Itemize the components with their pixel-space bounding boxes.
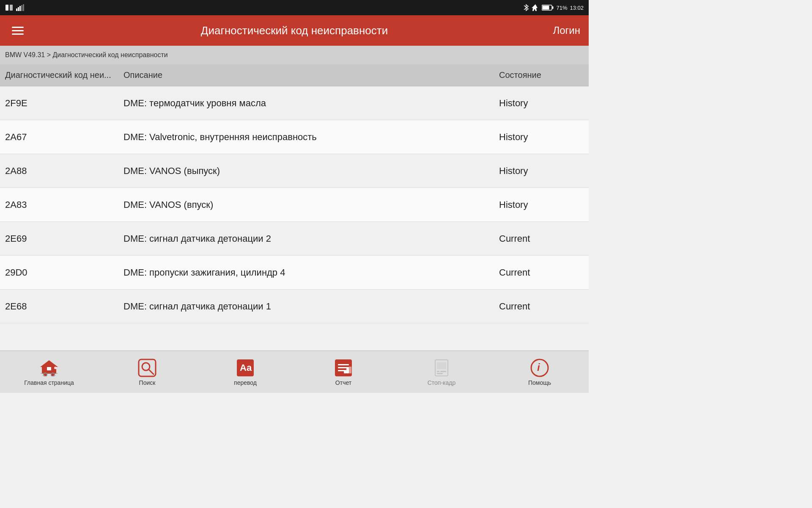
cell-description: DME: VANOS (выпуск) [123, 166, 499, 177]
svg-rect-0 [5, 5, 8, 11]
nav-label-home: Главная страница [24, 379, 74, 386]
svg-rect-29 [437, 362, 446, 369]
cell-status: History [499, 199, 584, 210]
svg-rect-32 [437, 373, 443, 374]
cell-status: Current [499, 301, 584, 312]
cell-code: 2E68 [5, 301, 123, 312]
svg-rect-31 [440, 371, 446, 372]
status-bar: 71% 13:02 [0, 0, 589, 15]
battery-icon [542, 5, 554, 11]
nav-item-help[interactable]: i Помощь [491, 351, 589, 393]
menu-line-3 [12, 33, 24, 35]
signal-icon [16, 4, 25, 11]
svg-rect-30 [437, 371, 439, 372]
svg-rect-2 [16, 8, 17, 11]
cell-status: History [499, 98, 584, 109]
status-bar-left [5, 4, 25, 11]
cell-code: 29D0 [5, 267, 123, 278]
cell-description: DME: VANOS (впуск) [123, 199, 499, 210]
cell-status: Current [499, 267, 584, 278]
nav-item-report[interactable]: Отчет [294, 351, 392, 393]
svg-rect-9 [543, 6, 549, 10]
menu-line-1 [12, 27, 24, 28]
svg-marker-11 [40, 360, 58, 367]
cell-description: DME: пропуски зажигания, цилиндр 4 [123, 267, 499, 278]
col-header-code: Диагностический код неи... [5, 70, 123, 80]
svg-rect-3 [18, 7, 19, 11]
nav-item-search[interactable]: Поиск [98, 351, 196, 393]
svg-rect-5 [21, 5, 22, 11]
svg-line-18 [149, 370, 154, 374]
svg-rect-27 [349, 367, 351, 373]
translate-icon: Aa [236, 358, 255, 378]
cell-code: 2A67 [5, 132, 123, 143]
svg-rect-26 [344, 370, 346, 373]
cell-description: DME: сигнал датчика детонации 1 [123, 301, 499, 312]
search-icon [137, 358, 157, 378]
status-icons: 71% 13:02 [523, 4, 584, 11]
cell-description: DME: термодатчик уровня масла [123, 98, 499, 109]
menu-button[interactable] [8, 23, 27, 38]
table-header: Диагностический код неи... Описание Сост… [0, 64, 589, 86]
login-button[interactable]: Логин [553, 25, 580, 36]
nav-label-translate: перевод [234, 379, 257, 386]
nav-item-freeze: Стоп-кадр [392, 351, 491, 393]
nav-label-freeze: Стоп-кадр [428, 379, 456, 386]
cell-status: History [499, 132, 584, 143]
svg-rect-14 [47, 367, 51, 370]
table-row[interactable]: 2E68 DME: сигнал датчика детонации 1 Cur… [0, 290, 589, 323]
svg-text:i: i [537, 362, 540, 373]
bottom-navigation: Главная страница Поиск Aa перевод Отчет … [0, 351, 589, 393]
table-row[interactable]: 2E69 DME: сигнал датчика детонации 2 Cur… [0, 222, 589, 256]
table-row[interactable]: 29D0 DME: пропуски зажигания, цилиндр 4 … [0, 256, 589, 290]
cell-code: 2F9E [5, 98, 123, 109]
svg-rect-22 [338, 364, 349, 365]
svg-rect-25 [346, 368, 349, 373]
svg-point-15 [54, 367, 57, 369]
home-car-icon [39, 358, 59, 378]
table-row[interactable]: 2A67 DME: Valvetronic, внутренняя неиспр… [0, 120, 589, 154]
help-icon: i [530, 358, 549, 378]
breadcrumb-text: BMW V49.31 > Диагностический код неиспра… [5, 51, 168, 59]
nav-item-translate[interactable]: Aa перевод [196, 351, 294, 393]
sim-icon [5, 4, 14, 11]
cell-code: 2A88 [5, 166, 123, 177]
cell-description: DME: Valvetronic, внутренняя неисправнос… [123, 132, 499, 143]
cell-status: History [499, 166, 584, 177]
page-title: Диагностический код неисправности [201, 24, 388, 37]
svg-rect-8 [552, 6, 554, 9]
table-body: 2F9E DME: термодатчик уровня масла Histo… [0, 86, 589, 391]
col-header-status: Состояние [499, 70, 584, 80]
app-header: Диагностический код неисправности Логин [0, 15, 589, 46]
table-row[interactable]: 2A88 DME: VANOS (выпуск) History [0, 154, 589, 188]
col-header-desc: Описание [123, 70, 499, 80]
svg-text:Aa: Aa [240, 362, 252, 373]
nav-label-help: Помощь [528, 379, 551, 386]
cell-description: DME: сигнал датчика детонации 2 [123, 233, 499, 244]
breadcrumb: BMW V49.31 > Диагностический код неиспра… [0, 46, 589, 64]
nav-label-search: Поиск [139, 379, 156, 386]
menu-line-2 [12, 30, 24, 31]
freeze-icon [432, 358, 451, 378]
cell-code: 2A83 [5, 199, 123, 210]
svg-rect-6 [23, 4, 24, 11]
table-row[interactable]: 2A83 DME: VANOS (впуск) History [0, 188, 589, 222]
svg-rect-1 [10, 5, 13, 11]
report-icon [334, 358, 353, 378]
svg-rect-23 [338, 367, 349, 368]
clock: 13:02 [570, 5, 584, 11]
nav-label-report: Отчет [335, 379, 351, 386]
cell-code: 2E69 [5, 233, 123, 244]
bluetooth-icon [523, 4, 529, 11]
airplane-icon [532, 4, 539, 11]
battery-percent: 71% [556, 5, 567, 11]
table-row[interactable]: 2F9E DME: термодатчик уровня масла Histo… [0, 86, 589, 120]
nav-item-home[interactable]: Главная страница [0, 351, 98, 393]
svg-rect-4 [19, 6, 21, 11]
cell-status: Current [499, 233, 584, 244]
